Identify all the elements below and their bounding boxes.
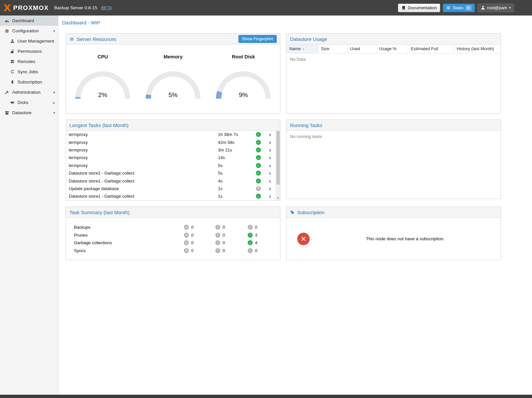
- sidebar-item-remotes[interactable]: Remotes: [0, 56, 58, 67]
- task-name: termproxy: [66, 148, 218, 152]
- unlock-icon: [9, 49, 16, 53]
- gauge-label: Memory: [139, 54, 207, 59]
- sidebar-item-configuration[interactable]: Configuration ▾: [0, 26, 58, 36]
- ok-count-icon: ✓: [248, 233, 253, 238]
- task-row[interactable]: Datastore store1 - Garbage collect 4s ✓ …: [66, 177, 276, 184]
- proxmox-logo: PROXMOX: [3, 4, 49, 12]
- ok-count: 0: [255, 248, 257, 253]
- summary-label: Prunes: [74, 233, 184, 238]
- column-header-usage[interactable]: Usage %: [376, 45, 408, 53]
- sidebar-item-permissions[interactable]: Permissions: [0, 46, 58, 56]
- disk-icon: [9, 100, 16, 105]
- warning-count: 0: [223, 233, 225, 238]
- error-count-icon: ×: [184, 248, 189, 253]
- main-content: Dashboard - WIP Server Resources Show Fi…: [59, 16, 532, 395]
- task-name: Update package database: [66, 186, 218, 191]
- scrollbar-thumb[interactable]: [276, 131, 280, 184]
- show-fingerprint-button[interactable]: Show Fingerprint: [238, 35, 277, 43]
- summary-row[interactable]: Syncs × 0 ! 0 ✓ 0: [74, 247, 280, 255]
- task-row[interactable]: termproxy 3m 21s ✓ ›: [66, 146, 276, 154]
- vertical-scrollbar[interactable]: ▼: [276, 131, 280, 200]
- task-duration: 3m 21s: [218, 148, 253, 152]
- sidebar-item-disks[interactable]: Disks ▸: [0, 97, 58, 108]
- error-count: 0: [191, 225, 194, 230]
- datastore-table-header: Name↑ Size Used Usage % Estimated Full H…: [287, 45, 501, 53]
- column-header-name[interactable]: Name↑: [287, 45, 318, 53]
- task-status-icon: ✓: [256, 179, 261, 183]
- open-task-button[interactable]: ›: [264, 147, 276, 153]
- tasks-button[interactable]: Tasks 0: [443, 4, 475, 12]
- open-task-button[interactable]: ›: [264, 186, 276, 191]
- open-task-button[interactable]: ›: [264, 163, 276, 168]
- gauge-label: Root Disk: [210, 54, 277, 59]
- beta-link[interactable]: BETA: [101, 5, 112, 10]
- error-count-icon: ×: [184, 233, 189, 238]
- sort-asc-icon: ↑: [302, 47, 304, 51]
- open-task-button[interactable]: ›: [264, 170, 276, 176]
- book-icon: [401, 6, 406, 10]
- task-row[interactable]: Datastore store1 - Garbage collect 5s ✓ …: [66, 169, 276, 177]
- gauge-arc: 2%: [71, 67, 134, 101]
- expander-icon: ▾: [53, 111, 55, 115]
- resource-gauge: Memory 5%: [139, 54, 207, 102]
- task-name: Datastore store1 - Garbage collect: [66, 194, 218, 199]
- ok-count-icon: ✓: [248, 248, 253, 253]
- refresh-icon: [9, 70, 16, 74]
- open-task-button[interactable]: ›: [264, 193, 276, 199]
- task-status-icon: ✓: [256, 171, 261, 176]
- task-duration: 14s: [218, 155, 253, 160]
- sidebar-item-dashboard[interactable]: Dashboard: [0, 16, 58, 26]
- scrollbar-down-arrow[interactable]: ▼: [276, 196, 280, 200]
- task-duration: 1s: [218, 186, 253, 191]
- task-duration: 5s: [218, 171, 253, 176]
- tag-icon: [290, 210, 295, 215]
- archive-icon: [4, 111, 10, 115]
- task-name: termproxy: [66, 140, 218, 145]
- open-task-button[interactable]: ›: [264, 132, 276, 137]
- task-status-icon: ✓: [256, 155, 261, 160]
- user-menu-button[interactable]: root@pam ▾: [478, 4, 514, 12]
- sidebar-item-subscription[interactable]: Subscription: [0, 77, 58, 87]
- no-running-tasks-text: No running tasks: [287, 131, 501, 142]
- task-name: Datastore store1 - Garbage collect: [66, 179, 218, 183]
- task-status-icon: ✓: [256, 140, 261, 145]
- column-header-size[interactable]: Size: [318, 45, 347, 53]
- sidebar-item-sync-jobs[interactable]: Sync Jobs: [0, 67, 58, 77]
- task-row[interactable]: termproxy 42m 58s ✓ ›: [66, 138, 276, 146]
- open-task-button[interactable]: ›: [264, 178, 276, 184]
- summary-label: Backups: [74, 225, 184, 230]
- task-duration: 42m 58s: [218, 140, 253, 145]
- subscription-message: This node does not have a subscription.: [310, 236, 501, 241]
- summary-label: Garbage collections: [74, 240, 184, 245]
- task-row[interactable]: Update package database 1s ? ›: [66, 185, 276, 192]
- panel-title: Subscription: [297, 210, 325, 215]
- panel-title: Server Resources: [77, 36, 116, 42]
- sidebar-item-datastore[interactable]: Datastore ▾: [0, 108, 58, 118]
- column-header-estimated-full[interactable]: Estimated Full: [408, 45, 454, 53]
- task-row[interactable]: termproxy 1h 38m 7s ✓ ›: [66, 131, 276, 138]
- bars-icon: [69, 37, 74, 41]
- task-row[interactable]: Datastore store1 - Garbage collect 1s ✓ …: [66, 192, 276, 200]
- summary-row[interactable]: Backups × 0 ! 0 ✓ 0: [74, 223, 280, 231]
- task-row[interactable]: termproxy 5s ✓ ›: [66, 162, 276, 169]
- brand-text: PROXMOX: [13, 4, 49, 12]
- task-row[interactable]: termproxy 14s ✓ ›: [66, 154, 276, 161]
- sidebar-item-administration[interactable]: Administration ▾: [0, 87, 58, 97]
- column-header-used[interactable]: Used: [347, 45, 376, 53]
- task-status-icon: ✓: [256, 163, 261, 168]
- column-header-history[interactable]: History (last Month): [454, 45, 501, 53]
- ribbon-icon: [9, 80, 16, 84]
- open-task-button[interactable]: ›: [264, 140, 276, 145]
- task-name: termproxy: [66, 163, 218, 168]
- no-subscription-icon: ×: [297, 233, 310, 245]
- open-task-button[interactable]: ›: [264, 155, 276, 160]
- summary-row[interactable]: Prunes × 0 ! 0 ✓ 3: [74, 231, 280, 239]
- task-duration: 1h 38m 7s: [218, 132, 253, 137]
- gauge-value: 9%: [239, 91, 248, 98]
- gauge-value: 2%: [98, 91, 107, 98]
- summary-row[interactable]: Garbage collections × 0 ! 0 ✓: [74, 239, 280, 247]
- task-list-icon: [446, 6, 450, 10]
- panel-title: Longest Tasks (last Month): [69, 122, 128, 128]
- sidebar-item-user-management[interactable]: User Management: [0, 36, 58, 46]
- documentation-button[interactable]: Documentation: [398, 4, 440, 12]
